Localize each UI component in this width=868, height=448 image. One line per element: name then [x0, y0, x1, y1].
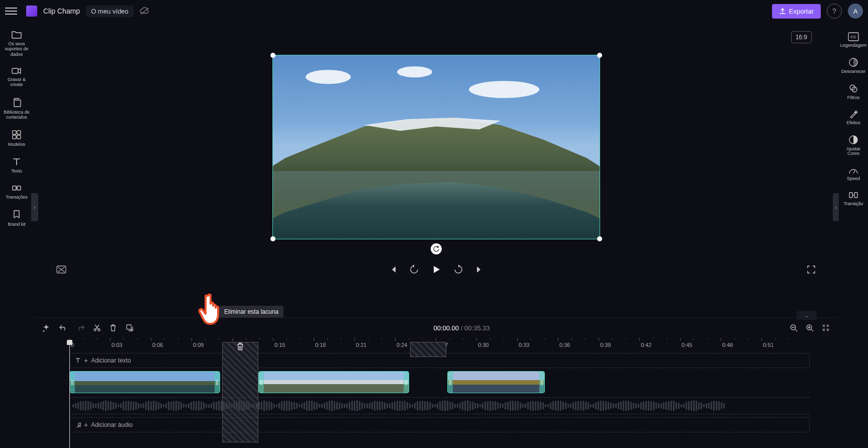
menu-button[interactable] — [5, 5, 17, 17]
skip-end-button[interactable] — [475, 265, 484, 274]
redo-button[interactable] — [76, 324, 84, 331]
export-label: Exportar — [789, 8, 814, 15]
video-clip[interactable]: |||| — [258, 371, 409, 393]
clip-trim-handle[interactable]: || — [448, 372, 453, 393]
panel-label: Ajustar Cores — [840, 147, 867, 157]
resize-handle[interactable] — [270, 236, 275, 241]
svg-point-14 — [98, 329, 100, 331]
timecode: 00:00.00 / 00:35.33 — [143, 324, 781, 332]
svg-rect-11 — [17, 186, 21, 190]
playhead[interactable] — [69, 345, 70, 448]
app-logo — [26, 6, 37, 17]
panel-label: Desvanecer — [841, 69, 865, 74]
svg-point-23 — [852, 87, 857, 92]
rewind-button[interactable] — [409, 264, 419, 275]
gauge-icon — [848, 165, 858, 174]
panel-color[interactable]: Ajustar Cores — [839, 132, 868, 160]
panel-captions[interactable]: CC Legendagem — [839, 29, 868, 51]
sidebar-item-record[interactable]: Gravar & create — [0, 63, 33, 94]
resize-handle[interactable] — [597, 236, 602, 241]
sidebar-item-label: Texto — [10, 168, 23, 173]
sidebar-item-brand[interactable]: Brand kit — [0, 206, 33, 233]
left-sidebar: Os seus suportes de dados Gravar & creat… — [0, 22, 33, 448]
sidebar-item-label: Modelos — [7, 142, 26, 147]
skip-start-button[interactable] — [389, 265, 397, 274]
resize-handle[interactable] — [597, 53, 602, 58]
dock-collapse-handle[interactable]: ⌄ — [797, 311, 817, 320]
brand-icon — [12, 210, 21, 220]
grid-icon — [12, 130, 22, 140]
add-audio-track[interactable]: + Adicionar áudio — [69, 417, 810, 432]
sidebar-item-transitions[interactable]: Transições — [0, 180, 33, 206]
svg-rect-25 — [849, 193, 852, 198]
resize-handle[interactable] — [270, 53, 275, 58]
library-icon — [12, 98, 22, 108]
svg-rect-3 — [17, 131, 21, 134]
delete-button[interactable] — [110, 324, 117, 332]
panel-label: Speed — [847, 176, 860, 182]
preview-canvas[interactable] — [272, 55, 600, 239]
panel-transition[interactable]: Transição — [842, 188, 864, 210]
zoom-fit-button[interactable] — [822, 324, 830, 332]
help-button[interactable]: ? — [827, 4, 842, 19]
auto-enhance-button[interactable] — [42, 324, 50, 332]
svg-text:CC: CC — [850, 35, 856, 39]
avatar[interactable]: A — [848, 4, 863, 19]
sidebar-item-text[interactable]: Texto — [0, 153, 33, 180]
video-clip[interactable]: |||| — [69, 371, 220, 393]
fullscreen-button[interactable] — [807, 265, 816, 274]
aspect-ratio-selector[interactable]: 16:9 — [791, 31, 812, 43]
transition-icon — [848, 191, 858, 200]
delete-gap-button[interactable] — [236, 342, 245, 351]
timeline-gap[interactable] — [410, 342, 446, 357]
filters-icon — [848, 83, 858, 94]
panel-filters[interactable]: Filtros — [846, 80, 861, 104]
contrast-icon — [848, 135, 858, 145]
zoom-in-button[interactable] — [806, 324, 814, 332]
right-sidebar-expand-handle[interactable]: ‹ — [833, 193, 839, 221]
sidebar-item-media[interactable]: Os seus suportes de dados — [0, 26, 33, 63]
undo-button[interactable] — [59, 324, 67, 331]
duplicate-button[interactable] — [126, 324, 134, 332]
panel-effects[interactable]: Efeitos — [845, 107, 861, 129]
panel-speed[interactable]: Speed — [846, 162, 861, 185]
svg-rect-5 — [17, 135, 21, 139]
sidebar-item-templates[interactable]: Modelos — [0, 126, 33, 153]
wand-icon — [849, 110, 858, 119]
svg-rect-1 — [14, 100, 21, 107]
rotate-icon — [433, 245, 440, 252]
svg-rect-0 — [12, 68, 18, 73]
svg-rect-10 — [13, 186, 16, 190]
video-track[interactable]: |||||||||||| — [69, 371, 810, 394]
zoom-out-button[interactable] — [790, 324, 798, 332]
svg-rect-26 — [854, 193, 857, 198]
panel-label: Legendagem — [840, 43, 867, 48]
cloud-sync-icon[interactable] — [140, 7, 150, 15]
add-text-label: Adicionar texto — [91, 357, 131, 364]
svg-rect-4 — [13, 135, 16, 139]
svg-rect-2 — [13, 131, 16, 134]
video-clip[interactable]: |||| — [447, 371, 545, 393]
clip-trim-handle[interactable]: || — [539, 372, 544, 393]
panel-fade[interactable]: Desvanecer — [840, 54, 866, 77]
upload-icon — [779, 8, 786, 15]
cc-icon: CC — [848, 32, 859, 41]
clip-trim-handle[interactable]: || — [259, 372, 264, 393]
toggle-overlay-button[interactable] — [56, 265, 66, 274]
sidebar-item-label: Os seus suportes de dados — [1, 41, 32, 57]
clip-trim-handle[interactable]: || — [404, 372, 409, 393]
forward-button[interactable] — [453, 264, 463, 275]
clip-trim-handle[interactable]: || — [70, 372, 75, 393]
sidebar-item-library[interactable]: Biblioteca de conteúdos — [0, 94, 33, 126]
reset-rotation-button[interactable] — [431, 243, 442, 254]
audio-waveform-track[interactable] — [69, 397, 810, 414]
sidebar-item-label: Transições — [5, 195, 29, 200]
text-icon — [75, 357, 81, 364]
project-title[interactable]: O meu vídeo — [86, 6, 133, 17]
play-button[interactable] — [431, 264, 441, 275]
export-button[interactable]: Exportar — [772, 4, 821, 19]
clip-trim-handle[interactable]: || — [215, 372, 220, 393]
fade-icon — [848, 57, 858, 67]
panel-label: Transição — [843, 202, 863, 207]
split-button[interactable] — [93, 324, 101, 332]
